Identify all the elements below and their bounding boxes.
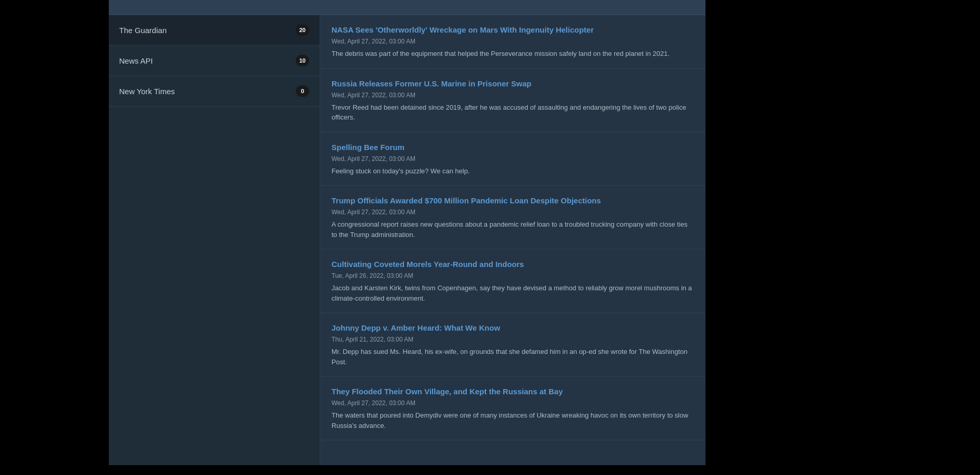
- article-description: Trevor Reed had been detained since 2019…: [332, 102, 694, 123]
- article-date: Thu, April 21, 2022, 03:00 AM: [332, 336, 694, 343]
- article-date: Wed, April 27, 2022, 03:00 AM: [332, 399, 694, 407]
- sidebar: The Guardian 20 News API 10 New York Tim…: [109, 15, 320, 465]
- article-title: Spelling Bee Forum: [332, 142, 694, 153]
- article-item[interactable]: Russia Releases Former U.S. Marine in Pr…: [320, 69, 705, 132]
- article-description: Feeling stuck on today's puzzle? We can …: [332, 166, 694, 176]
- article-item[interactable]: Trump Officials Awarded $700 Million Pan…: [320, 186, 705, 249]
- article-date: Wed, April 27, 2022, 03:00 AM: [332, 92, 694, 99]
- article-title: Russia Releases Former U.S. Marine in Pr…: [332, 78, 694, 89]
- article-date: Wed, April 27, 2022, 03:00 AM: [332, 155, 694, 162]
- article-title: They Flooded Their Own Village, and Kept…: [332, 386, 694, 397]
- source-badge-guardian: 20: [296, 24, 309, 36]
- article-item[interactable]: Johnny Depp v. Amber Heard: What We Know…: [320, 313, 705, 377]
- main-layout: The Guardian 20 News API 10 New York Tim…: [109, 15, 705, 465]
- article-title: NASA Sees 'Otherworldly' Wreckage on Mar…: [332, 24, 694, 35]
- article-description: The waters that poured into Demydiv were…: [332, 410, 694, 431]
- app-header: [109, 0, 705, 15]
- article-date: Wed, April 27, 2022, 03:00 AM: [332, 209, 694, 216]
- source-name-guardian: The Guardian: [119, 26, 167, 35]
- article-item[interactable]: NASA Sees 'Otherworldly' Wreckage on Mar…: [320, 15, 705, 69]
- article-description: A congressional report raises new questi…: [332, 219, 694, 240]
- article-description: The debris was part of the equipment tha…: [332, 49, 694, 59]
- article-title: Trump Officials Awarded $700 Million Pan…: [332, 195, 694, 206]
- article-description: Jacob and Karsten Kirk, twins from Copen…: [332, 283, 694, 303]
- article-date: Wed, April 27, 2022, 03:00 AM: [332, 38, 694, 45]
- article-item[interactable]: Cultivating Coveted Morels Year-Round an…: [320, 249, 705, 313]
- source-badge-newsapi: 10: [296, 55, 309, 66]
- article-date: Tue, April 26, 2022, 03:00 AM: [332, 272, 694, 279]
- sidebar-item-newsapi[interactable]: News API 10: [109, 46, 320, 76]
- sidebar-item-nyt[interactable]: New York Times 0: [109, 76, 320, 107]
- article-item[interactable]: Spelling Bee Forum Wed, April 27, 2022, …: [320, 132, 705, 186]
- article-title: Cultivating Coveted Morels Year-Round an…: [332, 259, 694, 270]
- sidebar-item-guardian[interactable]: The Guardian 20: [109, 15, 320, 46]
- article-description: Mr. Depp has sued Ms. Heard, his ex-wife…: [332, 347, 694, 367]
- source-name-nyt: New York Times: [119, 87, 175, 96]
- articles-panel[interactable]: NASA Sees 'Otherworldly' Wreckage on Mar…: [320, 15, 705, 465]
- source-badge-nyt: 0: [296, 85, 309, 97]
- article-title: Johnny Depp v. Amber Heard: What We Know: [332, 322, 694, 333]
- source-name-newsapi: News API: [119, 56, 153, 65]
- app-container: The Guardian 20 News API 10 New York Tim…: [109, 0, 705, 465]
- article-item[interactable]: They Flooded Their Own Village, and Kept…: [320, 377, 705, 440]
